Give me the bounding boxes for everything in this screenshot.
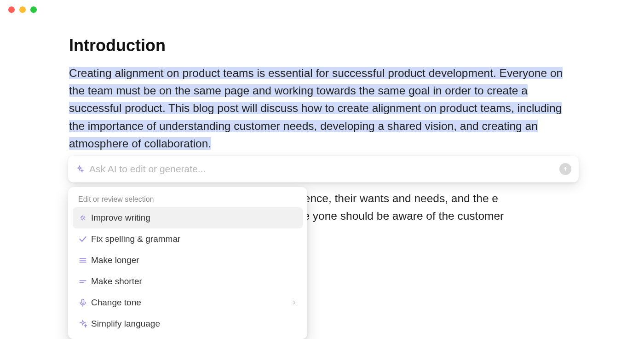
text-selection-highlight: Creating alignment on product teams is e…: [69, 67, 563, 150]
sparkle-icon: [75, 165, 84, 173]
ai-ask-bar[interactable]: [68, 156, 579, 182]
ai-prompt-input[interactable]: [89, 164, 559, 175]
send-button[interactable]: [559, 163, 571, 175]
chevron-right-icon: [292, 298, 297, 308]
menu-item-label: Simplify language: [91, 319, 297, 329]
menu-item-label: Improve writing: [91, 213, 297, 223]
window-traffic-lights: [8, 6, 37, 13]
menu-item-change-tone[interactable]: Change tone: [73, 292, 303, 313]
ai-actions-menu: Edit or review selection Improve writing…: [68, 187, 307, 339]
menu-item-make-shorter[interactable]: Make shorter: [73, 271, 303, 292]
lines-long-icon: [78, 256, 91, 265]
menu-item-label: Change tone: [91, 298, 292, 308]
heading-introduction[interactable]: Introduction: [69, 36, 580, 55]
sparkle-burst-icon: [78, 213, 91, 222]
menu-item-simplify-language[interactable]: Simplify language: [73, 313, 303, 334]
sparkles-icon: [78, 319, 91, 328]
menu-item-fix-spelling-grammar[interactable]: Fix spelling & grammar: [73, 228, 303, 250]
menu-item-label: Fix spelling & grammar: [91, 234, 297, 244]
menu-item-label: Make shorter: [91, 276, 297, 286]
menu-item-make-longer[interactable]: Make longer: [73, 250, 303, 271]
menu-section-header: Edit or review selection: [73, 193, 303, 207]
close-window-icon[interactable]: [8, 6, 15, 13]
selected-paragraph[interactable]: Creating alignment on product teams is e…: [69, 64, 580, 152]
minimize-window-icon[interactable]: [19, 6, 26, 13]
svg-rect-5: [82, 299, 84, 304]
check-icon: [78, 234, 91, 244]
lines-short-icon: [78, 277, 91, 286]
menu-item-label: Make longer: [91, 255, 297, 265]
menu-item-improve-writing[interactable]: Improve writing: [73, 207, 303, 228]
maximize-window-icon[interactable]: [30, 6, 37, 13]
microphone-icon: [78, 298, 91, 307]
